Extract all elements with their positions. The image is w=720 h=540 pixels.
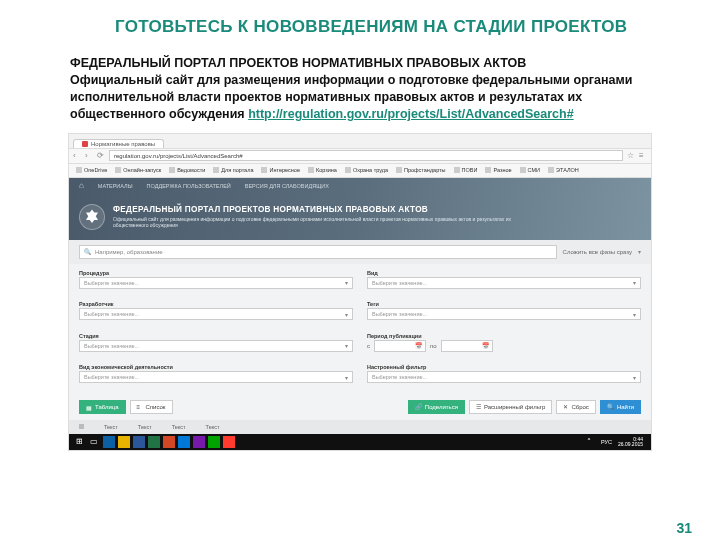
state-seal-icon — [79, 204, 105, 230]
app-icon[interactable] — [163, 436, 175, 448]
bookmark[interactable]: Профстандарты — [393, 166, 449, 174]
calendar-icon: 📅 — [482, 342, 489, 349]
intro-heading: ФЕДЕРАЛЬНЫЙ ПОРТАЛ ПРОЕКТОВ НОРМАТИВНЫХ … — [70, 56, 526, 70]
select-procedure[interactable]: Выберите значение...▾ — [79, 277, 353, 289]
nav-accessibility[interactable]: ВЕРСИЯ ДЛЯ СЛАБОВИДЯЩИХ — [245, 183, 329, 189]
bookmark[interactable]: ПОВИ — [451, 166, 481, 174]
field-tags: Теги Выберите значение...▾ — [367, 301, 641, 329]
select-okved[interactable]: Выберите значение...▾ — [79, 371, 353, 383]
share-button[interactable]: 🔗Поделиться — [408, 400, 465, 414]
bookmark-icon — [213, 167, 219, 173]
browser-tab[interactable]: Нормативные правовы — [73, 139, 164, 148]
app-icon[interactable] — [223, 436, 235, 448]
bookmark-icon — [169, 167, 175, 173]
select-developer[interactable]: Выберите значение...▾ — [79, 308, 353, 320]
collapse-phases-link[interactable]: Сложить все фазы сразу — [563, 249, 632, 255]
bookmark[interactable]: Корзина — [305, 166, 340, 174]
bookmark[interactable]: СМИ — [517, 166, 543, 174]
bookmark[interactable]: OneDrive — [73, 166, 110, 174]
chevron-down-icon: ▾ — [345, 311, 348, 318]
windows-taskbar: ⊞ ▭ ˄ РУС 0:4426.09.2015 — [69, 434, 651, 450]
home-icon[interactable]: ⌂ — [79, 181, 84, 190]
star-icon[interactable]: ☆ — [627, 152, 635, 160]
bookmark[interactable]: Ведомости — [166, 166, 208, 174]
share-icon: 🔗 — [415, 403, 422, 410]
app-icon[interactable] — [133, 436, 145, 448]
back-icon[interactable]: ‹ — [73, 152, 81, 160]
view-tab-table[interactable]: ▦Таблица — [79, 400, 126, 414]
find-button[interactable]: 🔍Найти — [600, 400, 641, 414]
field-kind: Вид Выберите значение...▾ — [367, 270, 641, 298]
result-col: Текст — [138, 424, 152, 430]
clock[interactable]: 0:4426.09.2015 — [618, 437, 647, 447]
search-input[interactable]: 🔍 Например, образование — [79, 245, 557, 259]
field-developer: Разработчик Выберите значение...▾ — [79, 301, 353, 329]
advanced-filter-button[interactable]: ☰Расширенный фильтр — [469, 400, 552, 414]
result-col — [79, 424, 84, 429]
app-icon[interactable] — [208, 436, 220, 448]
menu-icon[interactable]: ≡ — [639, 152, 647, 160]
chevron-down-icon: ▾ — [633, 311, 636, 318]
bookmark[interactable]: Интересное — [258, 166, 303, 174]
bookmark-icon — [261, 167, 267, 173]
bookmark[interactable]: ЭТАЛОН — [545, 166, 582, 174]
favicon-icon — [82, 141, 88, 147]
x-icon: ✕ — [563, 403, 568, 410]
bookmarks-bar: OneDrive Онлайн-запуск Ведомости Для пор… — [69, 164, 651, 178]
view-tab-list[interactable]: ≡Список — [130, 400, 173, 414]
app-icon[interactable] — [103, 436, 115, 448]
nav-materials[interactable]: МАТЕРИАЛЫ — [98, 183, 133, 189]
chevron-down-icon: ▾ — [633, 374, 636, 381]
grid-icon: ▦ — [86, 404, 92, 410]
chevron-down-icon: ▾ — [345, 374, 348, 381]
date-to-label: по — [430, 343, 437, 349]
bookmark[interactable]: Для портала — [210, 166, 256, 174]
bookmark[interactable]: Онлайн-запуск — [112, 166, 164, 174]
result-col: Текст — [206, 424, 220, 430]
select-kind[interactable]: Выберите значение...▾ — [367, 277, 641, 289]
chevron-down-icon: ▾ — [638, 248, 641, 255]
app-icon[interactable] — [193, 436, 205, 448]
date-to-input[interactable]: 📅 — [441, 340, 493, 352]
slide-title: ГОТОВЬТЕСЬ К НОВОВВЕДЕНИЯМ НА СТАДИИ ПРО… — [0, 0, 720, 37]
search-placeholder: Например, образование — [95, 249, 163, 255]
url-input[interactable]: regulation.gov.ru/projects/List/Advanced… — [109, 150, 623, 161]
result-col: Текст — [172, 424, 186, 430]
select-saved-filter[interactable]: Выберите значение...▾ — [367, 371, 641, 383]
bookmark[interactable]: Охрана труда — [342, 166, 391, 174]
field-okved: Вид экономической деятельности Выберите … — [79, 364, 353, 392]
start-button[interactable]: ⊞ — [73, 436, 85, 448]
reset-button[interactable]: ✕Сброс — [556, 400, 595, 414]
intro-text: ФЕДЕРАЛЬНЫЙ ПОРТАЛ ПРОЕКТОВ НОРМАТИВНЫХ … — [0, 37, 720, 123]
search-icon: 🔍 — [607, 403, 614, 410]
select-stage[interactable]: Выберите значение...▾ — [79, 340, 353, 352]
calendar-icon: 📅 — [415, 342, 422, 349]
bookmark-icon — [396, 167, 402, 173]
bookmark[interactable]: Разное — [482, 166, 514, 174]
date-from-label: с — [367, 343, 370, 349]
field-saved-filter: Настроенный фильтр Выберите значение...▾ — [367, 364, 641, 392]
date-from-input[interactable]: 📅 — [374, 340, 426, 352]
app-icon[interactable] — [118, 436, 130, 448]
lang-indicator[interactable]: РУС — [598, 439, 615, 445]
list-icon: ≡ — [137, 404, 143, 410]
app-icon[interactable] — [148, 436, 160, 448]
bookmark-icon — [115, 167, 121, 173]
search-icon: 🔍 — [84, 248, 91, 255]
form-actions: ▦Таблица ≡Список 🔗Поделиться ☰Расширенны… — [69, 396, 651, 420]
select-tags[interactable]: Выберите значение...▾ — [367, 308, 641, 320]
bookmark-icon — [76, 167, 82, 173]
nav-support[interactable]: ПОДДЕРЖКА ПОЛЬЗОВАТЕЛЕЙ — [147, 183, 231, 189]
hero-title: ФЕДЕРАЛЬНЫЙ ПОРТАЛ ПРОЕКТОВ НОРМАТИВНЫХ … — [113, 205, 533, 214]
bookmark-icon — [485, 167, 491, 173]
tray-up-icon[interactable]: ˄ — [583, 436, 595, 448]
taskview-icon[interactable]: ▭ — [88, 436, 100, 448]
hero-subtitle: Официальный сайт для размещения информац… — [113, 216, 533, 228]
forward-icon[interactable]: › — [85, 152, 93, 160]
reload-icon[interactable]: ⟳ — [97, 152, 105, 160]
browser-address-bar: ‹ › ⟳ regulation.gov.ru/projects/List/Ad… — [69, 148, 651, 164]
page-hero: ⌂ МАТЕРИАЛЫ ПОДДЕРЖКА ПОЛЬЗОВАТЕЛЕЙ ВЕРС… — [69, 178, 651, 240]
portal-link[interactable]: http://regulation.gov.ru/projects/List/A… — [248, 107, 574, 121]
app-icon[interactable] — [178, 436, 190, 448]
embedded-screenshot: Нормативные правовы ‹ › ⟳ regulation.gov… — [68, 133, 652, 451]
